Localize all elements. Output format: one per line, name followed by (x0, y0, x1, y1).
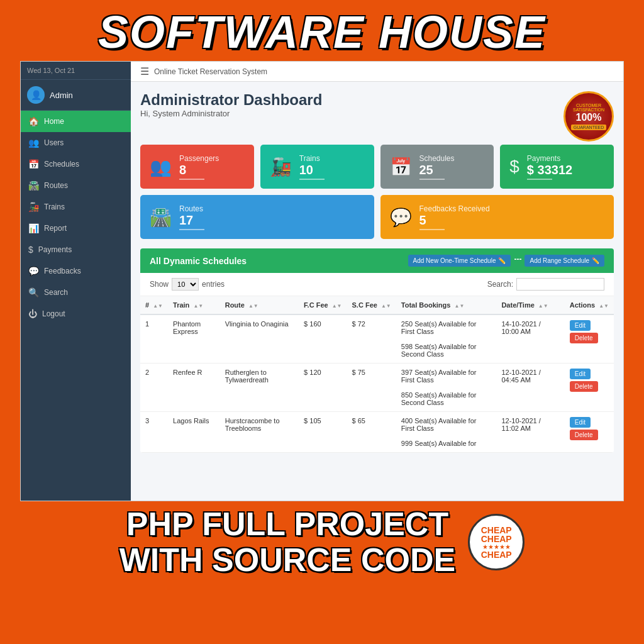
stat-card-trains: 🚂 Trains 10 (260, 145, 374, 189)
sidebar-item-trains-label: Trains (44, 203, 65, 211)
col-datetime: Date/Time ▲▼ (496, 296, 564, 314)
row3-datetime: 12-10-2021 / 11:02 AM (496, 412, 564, 453)
col-total-bookings: Total Bookings ▲▼ (396, 296, 497, 314)
sidebar-item-home-label: Home (44, 117, 64, 126)
routes-icon: 🛣️ (28, 180, 39, 191)
schedules-table: # ▲▼ Train ▲▼ Route ▲▼ F.C Fee ▲▼ S.C Fe… (140, 296, 614, 453)
dashboard: Administrator Dashboard Hi, System Admin… (131, 82, 623, 501)
row3-actions: Edit Delete (565, 412, 614, 453)
routes-stat-icon: 🛣️ (150, 207, 172, 228)
stat-card-passengers: 👥 Passengers 8 (140, 145, 254, 189)
col-train: Train ▲▼ (168, 296, 220, 314)
sort-train: ▲▼ (193, 303, 203, 309)
sort-num: ▲▼ (153, 303, 163, 309)
table-row: 3 Lagos Rails Hurstcracombe to Treebloom… (140, 412, 614, 453)
sidebar-item-search-label: Search (44, 288, 68, 297)
feedbacks-value: 5 (419, 213, 490, 228)
add-range-icon: ✏️ (592, 257, 599, 264)
trains-stat-info: Trains 10 (299, 154, 325, 180)
sidebar-item-schedules[interactable]: 📅 Schedules (21, 153, 131, 175)
menu-icon[interactable]: ☰ (140, 65, 149, 77)
entries-select[interactable]: 10 25 50 (172, 278, 199, 291)
row3-edit-button[interactable]: Edit (570, 417, 591, 428)
row1-edit-button[interactable]: Edit (570, 320, 591, 331)
routes-underline (179, 229, 204, 230)
cheap-text-bot: CHEAP (481, 550, 512, 559)
sidebar-item-routes[interactable]: 🛣️ Routes (21, 175, 131, 196)
schedules-underline (419, 179, 445, 180)
trains-icon: 🚂 (28, 202, 39, 212)
users-icon: 👥 (28, 138, 39, 148)
main-content: ☰ Online Ticket Reservation System Admin… (131, 62, 623, 501)
passengers-stat-info: Passengers 8 (179, 154, 219, 180)
logout-icon: ⏻ (28, 309, 37, 319)
schedules-icon: 📅 (28, 159, 39, 169)
sidebar-item-trains[interactable]: 🚂 Trains (21, 196, 131, 218)
search-label: Search: (487, 280, 513, 289)
row1-sc-fee: $ 72 (347, 314, 396, 364)
add-range-schedule-button[interactable]: Add Range Schedule ✏️ (525, 255, 604, 267)
row1-delete-button[interactable]: Delete (570, 333, 598, 343)
outer-wrapper: Software House Wed 13, Oct 21 👤 Admin 🏠 … (0, 0, 644, 644)
passengers-stat-icon: 👥 (150, 157, 172, 177)
row2-route: Rutherglen to Tylwaerdreath (220, 364, 299, 412)
dashboard-title: Administrator Dashboard (140, 91, 322, 109)
feedbacks-stat-icon: 💬 (390, 207, 412, 228)
satisfaction-badge: CUSTOMERSATISFACTION 100% GUARANTEED (564, 91, 614, 142)
search-input[interactable] (516, 278, 604, 291)
dashboard-subtitle: Hi, System Administrator (140, 109, 322, 118)
routes-value: 17 (179, 213, 204, 228)
show-label: Show (150, 280, 169, 289)
satisfaction-guaranteed: GUARANTEED (571, 125, 607, 130)
stat-card-routes: 🛣️ Routes 17 (140, 195, 374, 239)
payments-value: $ 33312 (527, 163, 572, 177)
sidebar-item-report[interactable]: 📊 Report (21, 218, 131, 239)
sort-sc: ▲▼ (381, 303, 391, 309)
add-one-time-label: Add New One-Time Schedule (413, 257, 496, 264)
sidebar-item-payments[interactable]: $ Payments (21, 239, 131, 260)
row3-train: Lagos Rails (168, 412, 220, 453)
row3-bookings: 400 Seat(s) Available for First Class 99… (396, 412, 497, 453)
sort-route: ▲▼ (248, 303, 258, 309)
cheap-badge: CHEAP CHEAP ★★★★★ CHEAP (468, 514, 525, 570)
row2-delete-button[interactable]: Delete (570, 381, 598, 392)
bottom-banner: PHP Full Project With Source Code CHEAP … (0, 501, 644, 583)
sort-fc: ▲▼ (332, 303, 342, 309)
table-controls: Show 10 25 50 entries Search: (140, 273, 614, 296)
sidebar-item-logout[interactable]: ⏻ Logout (21, 303, 131, 325)
topbar: ☰ Online Ticket Reservation System (131, 62, 623, 82)
sort-bookings: ▲▼ (454, 303, 464, 309)
sidebar-item-feedbacks[interactable]: 💬 Feedbacks (21, 260, 131, 282)
sidebar-item-users[interactable]: 👥 Users (21, 132, 131, 153)
sidebar-user: 👤 Admin (21, 80, 131, 111)
trains-underline (299, 179, 325, 180)
app-container: Wed 13, Oct 21 👤 Admin 🏠 Home 👥 Users 📅 … (20, 61, 624, 501)
feedbacks-icon: 💬 (28, 266, 39, 276)
sidebar-item-search[interactable]: 🔍 Search (21, 282, 131, 303)
bottom-line1: PHP Full Project (126, 506, 448, 542)
trains-stat-icon: 🚂 (270, 157, 292, 177)
payments-stat-info: Payments $ 33312 (527, 154, 572, 180)
col-route: Route ▲▼ (220, 296, 299, 314)
row3-num: 3 (140, 412, 168, 453)
sidebar-item-home[interactable]: 🏠 Home (21, 111, 131, 132)
row2-edit-button[interactable]: Edit (570, 369, 591, 379)
dash-header: Administrator Dashboard Hi, System Admin… (140, 91, 614, 142)
top-banner-title: Software House (0, 6, 644, 58)
add-one-time-schedule-button[interactable]: Add New One-Time Schedule ✏️ (408, 255, 511, 267)
sort-datetime: ▲▼ (538, 303, 548, 309)
col-sc-fee: S.C Fee ▲▼ (347, 296, 396, 314)
sidebar-item-report-label: Report (44, 224, 67, 233)
trains-label: Trains (299, 154, 325, 163)
row2-datetime: 12-10-2021 / 04:45 AM (496, 364, 564, 412)
sidebar-username: Admin (50, 91, 73, 100)
row2-actions: Edit Delete (565, 364, 614, 412)
row3-route: Hurstcracombe to Treeblooms (220, 412, 299, 453)
row2-fc-fee: $ 120 (299, 364, 347, 412)
schedules-stat-info: Schedules 25 (419, 154, 455, 180)
row1-datetime: 14-10-2021 / 10:00 AM (496, 314, 564, 364)
row3-delete-button[interactable]: Delete (570, 430, 598, 440)
passengers-value: 8 (179, 163, 219, 177)
sidebar-item-schedules-label: Schedules (44, 160, 79, 169)
row1-bookings: 250 Seat(s) Available for First Class 59… (396, 314, 497, 364)
